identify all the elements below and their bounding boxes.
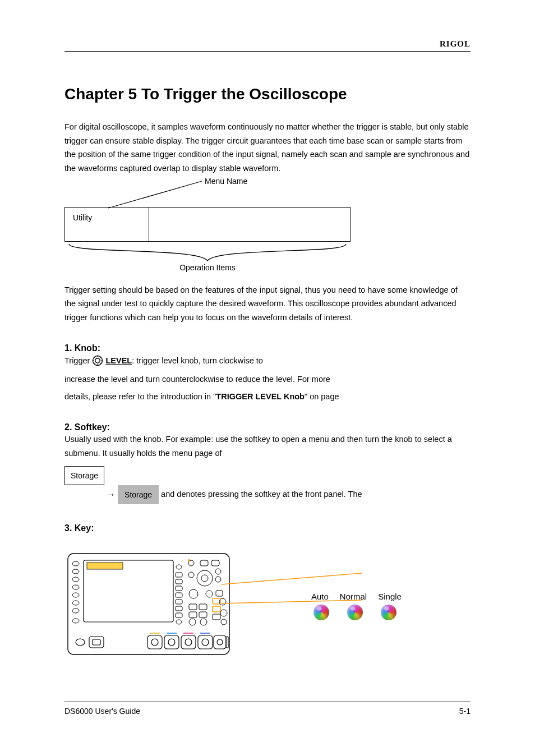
softkey-example: Storage Storage→Storage and denotes pres…: [64, 466, 471, 504]
svg-rect-60: [164, 635, 179, 649]
svg-point-67: [217, 639, 223, 645]
svg-point-39: [215, 577, 221, 582]
brace-under-row: [64, 242, 350, 264]
led-label-normal: Normal: [340, 592, 367, 601]
header-rule: [64, 51, 471, 52]
svg-rect-47: [189, 604, 197, 610]
svg-point-37: [188, 572, 194, 578]
led-labels-block: Auto Normal Single: [311, 592, 402, 620]
svg-point-51: [189, 619, 196, 625]
brand-header: RIGOL: [64, 39, 471, 51]
svg-point-15: [72, 569, 79, 574]
svg-line-8: [100, 363, 102, 365]
led-single: [381, 605, 396, 620]
chapter-title: Chapter 5 To Trigger the Oscilloscope: [64, 85, 471, 103]
footer-right: 5-1: [459, 707, 471, 716]
led-auto: [313, 605, 329, 620]
pointer-line: [98, 178, 266, 209]
menu-cell-left: Utility: [65, 208, 149, 241]
svg-point-20: [72, 609, 79, 613]
svg-point-54: [221, 619, 227, 625]
led-label-single: Single: [378, 592, 402, 601]
sec1-line1a: Trigger: [64, 356, 92, 365]
section-softkey-head: 2. Softkey:: [64, 422, 471, 432]
intro-paragraph-2: Trigger setting should be based on the f…: [64, 283, 471, 325]
svg-point-30: [176, 620, 182, 624]
svg-rect-57: [93, 639, 100, 645]
svg-rect-49: [189, 612, 197, 617]
led-normal: [347, 605, 363, 620]
arrow-icon: →: [104, 490, 118, 499]
svg-point-55: [76, 639, 85, 646]
svg-rect-48: [199, 604, 207, 610]
svg-point-59: [151, 639, 158, 646]
svg-point-14: [72, 561, 79, 566]
menu-definition-row: Utility: [64, 207, 350, 242]
svg-rect-62: [181, 635, 196, 649]
svg-rect-29: [176, 613, 182, 617]
section-knob-line3: details, please refer to the introductio…: [64, 390, 471, 404]
svg-point-17: [72, 585, 79, 589]
svg-point-18: [72, 593, 79, 597]
svg-rect-26: [176, 593, 182, 597]
svg-point-1: [93, 356, 103, 366]
svg-rect-27: [176, 600, 182, 604]
svg-line-73: [222, 573, 362, 584]
svg-rect-25: [176, 586, 182, 591]
svg-point-19: [72, 601, 79, 605]
page-footer: DS6000 User's Guide 5-1: [64, 702, 471, 716]
svg-point-22: [176, 565, 182, 569]
svg-rect-45: [213, 606, 220, 612]
section-knob-head: 1. Knob:: [64, 343, 471, 353]
svg-point-36: [201, 575, 208, 582]
svg-point-63: [185, 639, 192, 646]
svg-point-65: [202, 639, 209, 646]
footer-left: DS6000 User's Guide: [64, 707, 140, 716]
svg-point-61: [168, 639, 175, 646]
svg-rect-68: [226, 637, 228, 648]
svg-point-38: [215, 569, 221, 574]
svg-line-0: [108, 181, 202, 208]
svg-point-41: [206, 591, 213, 597]
sec1-line1c: : trigger level knob, turn clockwise to: [132, 356, 263, 365]
section-key-head: 3. Key:: [64, 523, 471, 533]
svg-rect-13: [87, 563, 123, 569]
sec1-line3key: TRIGGER LEVEL Knob: [216, 392, 305, 401]
svg-point-34: [188, 559, 190, 561]
softkey-tail: and denotes pressing the softkey at the …: [159, 490, 362, 499]
sec1-line3a: details, please refer to the introductio…: [64, 392, 213, 401]
svg-rect-12: [84, 560, 173, 622]
svg-point-53: [220, 610, 227, 616]
svg-line-7: [95, 358, 96, 359]
intro-paragraph-1: For digital oscilloscope, it samples wav…: [64, 120, 471, 176]
section-softkey-intro: Usually used with the knob. For example:…: [64, 432, 471, 460]
svg-rect-58: [147, 635, 162, 649]
section-knob-line2: increase the level and turn counterclock…: [64, 372, 471, 386]
svg-rect-42: [216, 591, 223, 596]
led-label-auto: Auto: [311, 592, 329, 601]
sec1-line1b: LEVEL: [105, 356, 132, 365]
svg-rect-46: [213, 614, 220, 620]
keycap-storage: Storage: [64, 466, 104, 485]
svg-rect-23: [176, 573, 182, 577]
svg-rect-64: [198, 635, 213, 649]
svg-point-21: [72, 619, 79, 623]
svg-rect-28: [176, 606, 182, 611]
softkey-storage: Storage: [118, 485, 159, 504]
svg-rect-56: [89, 637, 104, 648]
svg-point-2: [95, 358, 100, 363]
svg-rect-66: [214, 635, 226, 649]
svg-rect-24: [176, 579, 182, 584]
device-frontpanel-figure: [64, 550, 233, 662]
section-knob-line1: Trigger LEVEL: [64, 353, 471, 369]
svg-rect-50: [199, 612, 207, 617]
svg-point-35: [197, 570, 213, 586]
svg-line-10: [100, 358, 102, 359]
svg-rect-31: [200, 560, 208, 566]
sec1-line3d: on page: [307, 392, 339, 401]
svg-rect-32: [211, 560, 219, 566]
knob-icon: [92, 355, 103, 371]
menu-cell-right: [149, 208, 350, 241]
menu-cell-left-text: Utility: [73, 213, 92, 222]
svg-point-16: [72, 577, 79, 582]
